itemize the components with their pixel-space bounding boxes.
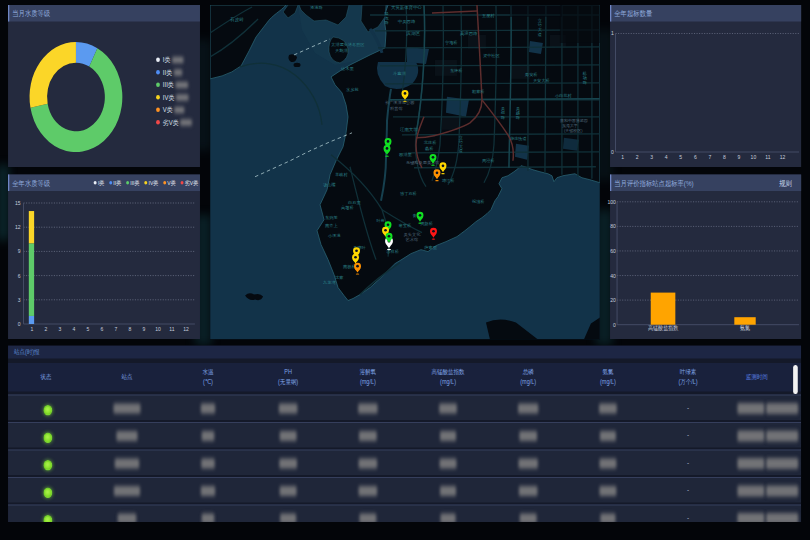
svg-text:蠡桥: 蠡桥 (425, 146, 434, 151)
svg-text:寿安桥: 寿安桥 (524, 72, 538, 77)
svg-text:斗鑫湖: 斗鑫湖 (393, 71, 406, 76)
svg-text:九龙湾: 九龙湾 (323, 280, 336, 285)
svg-text:立信大道: 立信大道 (458, 135, 464, 154)
svg-text:8: 8 (129, 326, 132, 332)
svg-text:科普馆: 科普馆 (390, 106, 403, 111)
svg-text:100: 100 (607, 198, 615, 204)
svg-text:3: 3 (59, 326, 62, 332)
svg-text:9: 9 (143, 326, 146, 332)
svg-text:4: 4 (73, 326, 76, 332)
svg-text:40: 40 (610, 272, 616, 278)
svg-text:天鹅湖: 天鹅湖 (335, 48, 348, 53)
svg-text:3: 3 (18, 296, 21, 302)
svg-text:长广溪湿地公园: 长广溪湿地公园 (385, 100, 414, 105)
svg-text:叶巷: 叶巷 (376, 218, 384, 223)
svg-text:南齐上: 南齐上 (325, 223, 338, 228)
svg-text:0: 0 (613, 321, 616, 327)
svg-text:6: 6 (694, 154, 697, 160)
svg-text:佳木里: 佳木里 (341, 66, 354, 71)
svg-text:20: 20 (610, 297, 616, 303)
svg-text:薛家里: 薛家里 (424, 245, 437, 250)
svg-text:大箕新体育中心: 大箕新体育中心 (391, 5, 422, 10)
svg-text:11: 11 (169, 326, 174, 332)
svg-text:11: 11 (765, 154, 770, 160)
svg-text:天安大桥: 天安大桥 (533, 78, 551, 83)
svg-text:立信大道: 立信大道 (537, 18, 543, 37)
svg-text:吴都路: 吴都路 (500, 106, 506, 120)
svg-text:6: 6 (18, 272, 21, 278)
svg-text:机场路: 机场路 (582, 71, 587, 85)
svg-text:高锰酸盐指数: 高锰酸盐指数 (648, 325, 679, 331)
svg-text:沈家: 沈家 (335, 275, 343, 280)
svg-text:6: 6 (101, 326, 104, 332)
svg-text:周泾桥: 周泾桥 (482, 158, 495, 163)
svg-text:1: 1 (621, 154, 624, 160)
svg-text:4: 4 (665, 154, 668, 160)
svg-text:氨氮: 氨氮 (740, 325, 751, 333)
svg-text:7: 7 (115, 326, 118, 332)
svg-text:艺术馆: 艺术馆 (406, 237, 419, 242)
svg-text:北庄桥: 北庄桥 (424, 140, 437, 145)
svg-text:周新桥: 周新桥 (420, 221, 433, 226)
svg-text:7: 7 (708, 154, 711, 160)
svg-text:园湖里: 园湖里 (399, 152, 412, 157)
svg-text:2: 2 (45, 326, 48, 332)
svg-text:1: 1 (611, 30, 614, 36)
svg-text:江南大学: 江南大学 (400, 127, 418, 132)
svg-text:太湖鼋头渚名胜区: 太湖鼋头渚名胜区 (331, 42, 365, 47)
svg-text:5: 5 (87, 326, 90, 332)
svg-text:滨湖区: 滨湖区 (406, 30, 421, 36)
svg-text:5: 5 (679, 154, 682, 160)
svg-text:12: 12 (780, 154, 786, 160)
svg-text:9: 9 (737, 154, 740, 160)
svg-text:渔港路: 渔港路 (310, 5, 323, 10)
svg-text:梁中社区: 梁中社区 (483, 53, 501, 58)
svg-text:东绛桥: 东绛桥 (450, 68, 463, 73)
svg-text:东鸡笼: 东鸡笼 (325, 215, 338, 220)
svg-text:宁海桥: 宁海桥 (445, 40, 458, 45)
svg-text:1: 1 (31, 326, 34, 332)
svg-text:8: 8 (723, 154, 726, 160)
svg-text:高浪西路: 高浪西路 (460, 31, 478, 36)
svg-text:0: 0 (611, 149, 614, 155)
svg-text:塘江桥: 塘江桥 (441, 178, 455, 183)
svg-text:12: 12 (183, 326, 189, 332)
svg-text:15: 15 (15, 200, 21, 206)
svg-text:10: 10 (155, 326, 161, 332)
svg-text:独丁石桥: 独丁石桥 (400, 191, 418, 196)
svg-text:小溪港: 小溪港 (328, 233, 341, 238)
svg-text:祝埭桥: 祝埭桥 (471, 199, 485, 204)
svg-text:60: 60 (610, 248, 616, 254)
svg-text:9: 9 (18, 248, 21, 254)
svg-text:3: 3 (650, 154, 653, 160)
svg-text:水乡苑: 水乡苑 (346, 87, 359, 92)
svg-text:80: 80 (610, 223, 616, 229)
svg-text:磨宝桥: 磨宝桥 (399, 223, 412, 228)
svg-text:0: 0 (18, 321, 21, 327)
svg-text:10: 10 (751, 154, 757, 160)
svg-text:12: 12 (15, 224, 21, 230)
svg-text:2: 2 (636, 154, 639, 160)
svg-text:中吴西路: 中吴西路 (398, 19, 416, 24)
